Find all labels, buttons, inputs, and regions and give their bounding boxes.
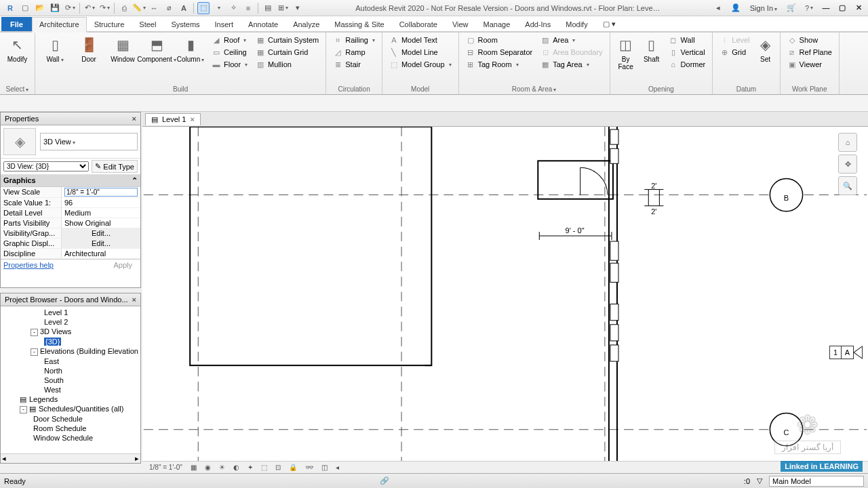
tab-annotate[interactable]: Annotate bbox=[241, 17, 285, 31]
door-tool[interactable]: 🚪Door bbox=[73, 34, 104, 64]
wall-opening-tool[interactable]: ◻Wall bbox=[666, 34, 709, 46]
ceiling-tool[interactable]: ▭Ceiling bbox=[209, 46, 250, 58]
type-selector[interactable]: 3D View bbox=[40, 133, 138, 150]
reveal-hidden-icon[interactable]: ◫ bbox=[319, 464, 330, 471]
railing-tool[interactable]: ⌗Railing bbox=[330, 34, 378, 46]
3d-dropdown-icon[interactable] bbox=[212, 2, 224, 14]
property-row[interactable]: Graphic Displ...Edit... bbox=[1, 239, 140, 249]
tree-node[interactable]: South bbox=[1, 375, 140, 385]
dimension-icon[interactable]: ↔ bbox=[148, 2, 160, 14]
thin-lines-icon[interactable]: ≡ bbox=[242, 2, 254, 14]
section-marker[interactable]: 1 A bbox=[829, 346, 863, 359]
prop-input[interactable] bbox=[64, 188, 138, 197]
close-hidden-icon[interactable]: ▤ bbox=[262, 2, 274, 14]
view-tab-level1[interactable]: ▤ Level 1 × bbox=[145, 113, 201, 125]
tree-node[interactable]: Door Schedule bbox=[1, 414, 140, 424]
section-icon[interactable]: ✧ bbox=[227, 2, 239, 14]
save-icon[interactable]: 💾 bbox=[49, 2, 61, 14]
undo-icon[interactable]: ↶ bbox=[83, 2, 96, 14]
switch-windows-icon[interactable]: ⊞ bbox=[277, 2, 289, 14]
window-tool[interactable]: ▦Window bbox=[107, 34, 138, 64]
help-icon[interactable]: ? bbox=[803, 2, 815, 14]
detail-level-icon[interactable]: ▦ bbox=[188, 464, 199, 471]
tab-analyze[interactable]: Analyze bbox=[285, 17, 327, 31]
tree-node[interactable]: Level 2 bbox=[1, 317, 140, 327]
scroll-right-icon[interactable]: ▸ bbox=[135, 454, 139, 463]
tree[interactable]: Level 1Level 2-3D Views{3D}-Elevations (… bbox=[1, 306, 140, 453]
sync-icon[interactable]: ⟳ bbox=[64, 2, 76, 14]
tree-node[interactable]: North bbox=[1, 366, 140, 375]
tab-massing[interactable]: Massing & Site bbox=[327, 17, 391, 31]
crop-region-icon[interactable]: ⊡ bbox=[273, 464, 283, 471]
text-icon[interactable]: A bbox=[178, 2, 190, 14]
floor-tool[interactable]: ▬Floor bbox=[209, 58, 250, 70]
tab-insert[interactable]: Insert bbox=[208, 17, 241, 31]
workset-selector[interactable]: Main Model bbox=[769, 476, 864, 487]
panel-select-label[interactable]: Select bbox=[4, 84, 31, 94]
roof-tool[interactable]: ◢Roof bbox=[209, 34, 250, 46]
tab-manage[interactable]: Manage bbox=[476, 17, 518, 31]
expander-icon[interactable]: - bbox=[20, 406, 27, 413]
open-icon[interactable]: ▢ bbox=[19, 2, 31, 14]
dormer-tool[interactable]: ⌂Dormer bbox=[666, 58, 709, 70]
property-row[interactable]: View Scale bbox=[1, 187, 140, 198]
tree-node[interactable]: -3D Views bbox=[1, 327, 140, 337]
temporary-hide-icon[interactable]: 👓 bbox=[302, 464, 316, 471]
properties-close[interactable]: × bbox=[132, 115, 136, 123]
browser-close[interactable]: × bbox=[132, 296, 136, 304]
curtain-grid-tool[interactable]: ▦Curtain Grid bbox=[253, 46, 321, 58]
tab-addins[interactable]: Add-Ins bbox=[517, 17, 558, 31]
close-button[interactable]: ✕ bbox=[852, 3, 865, 14]
filter-icon[interactable]: ▽ bbox=[757, 476, 762, 485]
print-icon[interactable]: ⎙ bbox=[118, 2, 130, 14]
home-view-icon[interactable]: ⌂ bbox=[838, 133, 857, 152]
by-face-tool[interactable]: ◫By Face bbox=[614, 34, 637, 72]
tab-steel[interactable]: Steel bbox=[132, 17, 163, 31]
tab-collaborate[interactable]: Collaborate bbox=[392, 17, 445, 31]
wall-tool[interactable]: ▯Wall bbox=[39, 34, 71, 65]
lock-icon[interactable]: 🔒 bbox=[286, 464, 300, 471]
prop-value[interactable]: Architectural bbox=[62, 249, 140, 258]
scale-display[interactable]: 1/8" = 1'-0" bbox=[146, 464, 185, 471]
show-workplane-tool[interactable]: ◇Show bbox=[785, 34, 835, 46]
model-text-tool[interactable]: AModel Text bbox=[387, 34, 454, 46]
tab-file[interactable]: File bbox=[1, 17, 32, 31]
expander-icon[interactable]: - bbox=[31, 329, 38, 336]
area-tool[interactable]: ▨Area bbox=[538, 34, 605, 46]
full-nav-wheel-icon[interactable]: ✥ bbox=[838, 155, 857, 174]
property-row[interactable]: DisciplineArchitectural bbox=[1, 249, 140, 259]
panel-room-area-label[interactable]: Room & Area bbox=[463, 84, 606, 94]
sign-in-button[interactable]: Sign In bbox=[746, 4, 781, 12]
rendering-icon[interactable]: ✦ bbox=[245, 464, 256, 471]
property-row[interactable]: Detail LevelMedium bbox=[1, 208, 140, 218]
tag-room-tool[interactable]: ⊞Tag Room bbox=[463, 58, 536, 70]
minimize-button[interactable]: — bbox=[819, 3, 833, 14]
view-tab-close[interactable]: × bbox=[190, 115, 194, 123]
3d-view-icon[interactable]: ⬚ bbox=[197, 2, 210, 14]
apply-button[interactable]: Apply bbox=[108, 261, 138, 269]
grid-tool[interactable]: ⊕Grid bbox=[717, 46, 752, 58]
prev-icon[interactable]: ◂ bbox=[712, 2, 724, 14]
viewer-tool[interactable]: ▣Viewer bbox=[785, 58, 835, 70]
set-workplane-tool[interactable]: ◈Set bbox=[755, 34, 776, 64]
crop-view-icon[interactable]: ⬚ bbox=[258, 464, 270, 471]
cart-icon[interactable]: 🛒 bbox=[785, 2, 797, 14]
property-row[interactable]: Visibility/Grap...Edit... bbox=[1, 228, 140, 239]
tree-node[interactable]: West bbox=[1, 385, 140, 394]
group-collapse-icon[interactable]: ⌃ bbox=[132, 176, 138, 185]
measure-icon[interactable]: 📏 bbox=[133, 2, 145, 14]
group-graphics[interactable]: Graphics bbox=[3, 176, 36, 185]
prop-value[interactable]: Show Original bbox=[62, 218, 140, 228]
tab-architecture[interactable]: Architecture bbox=[32, 17, 87, 33]
expander-icon[interactable]: - bbox=[31, 348, 38, 356]
qat-customize-icon[interactable]: ▾ bbox=[292, 2, 304, 14]
curtain-system-tool[interactable]: ▦Curtain System bbox=[253, 34, 321, 46]
mullion-tool[interactable]: ▥Mullion bbox=[253, 58, 321, 70]
worksharing-display-icon[interactable]: ◂ bbox=[333, 464, 342, 471]
visual-style-icon[interactable]: ◉ bbox=[202, 464, 214, 471]
tag-icon[interactable]: ⌀ bbox=[163, 2, 175, 14]
property-row[interactable]: Parts VisibilityShow Original bbox=[1, 218, 140, 228]
maximize-button[interactable]: ▢ bbox=[835, 3, 849, 14]
zoom-icon[interactable]: 🔍 bbox=[838, 176, 857, 195]
prop-value[interactable]: 96 bbox=[62, 198, 140, 207]
